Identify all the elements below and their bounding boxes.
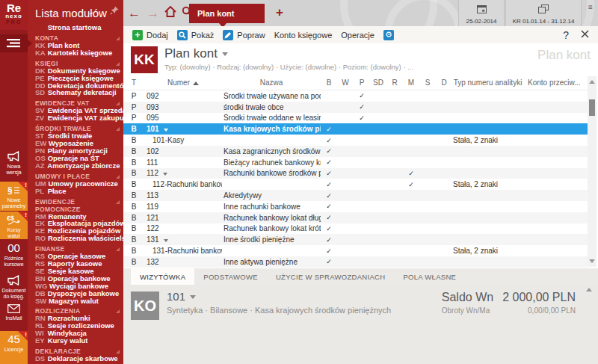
toolbar-pokaż[interactable]: Pokaż — [177, 30, 215, 40]
cell-numer: 093 — [144, 103, 222, 111]
table-row[interactable]: B101Kasa krajowych środków pieniężnych✓ — [123, 123, 588, 135]
sidebar-section-2[interactable]: KSIĘGI — [28, 60, 123, 67]
column-header-t[interactable]: T — [123, 78, 144, 87]
sidebar-item-ZV[interactable]: ZV Ewidencja VAT zakupu — [28, 114, 123, 122]
menu-toggle-button[interactable] — [0, 34, 28, 52]
column-header-d[interactable]: D — [436, 78, 452, 87]
sidebar-section-8[interactable]: ROZLICZENIA — [28, 307, 123, 315]
detail-tab-pola-własne[interactable]: POLA WŁASNE — [394, 268, 465, 285]
sidebar-section-3[interactable]: EWIDENCJE VAT — [28, 99, 123, 107]
tab-plan-kont[interactable]: Plan kont — [189, 4, 265, 23]
toolbar-popraw[interactable]: Popraw — [223, 30, 265, 40]
section-label: EWIDENCJE VAT — [35, 99, 90, 107]
sidebar-item-EY[interactable]: EY Kursy walut — [28, 337, 123, 345]
expand-icon — [164, 239, 168, 242]
table-row[interactable]: B113Akredytywy✓ — [123, 190, 588, 201]
table-row[interactable]: B131-Rachunki bankowe✓Stała, 2 znaki — [123, 245, 588, 256]
cell-type: B — [123, 169, 144, 177]
scroll-up-icon[interactable] — [589, 80, 595, 84]
sidebar-item-SW[interactable]: SW Magazyn walut — [28, 297, 123, 305]
column-header-numer[interactable]: Numer — [144, 78, 222, 87]
sidebar-item-KA[interactable]: KA Kartoteki księgowe — [28, 49, 123, 57]
table-row[interactable]: P092Środki trwałe używane na podstawie..… — [123, 90, 588, 102]
date-button[interactable]: 25-02-2014 — [458, 0, 505, 26]
sidebar-item-DS[interactable]: DS Deklaracje skarbowe — [28, 355, 123, 363]
sidebar-section-7[interactable]: FINANSE — [28, 245, 123, 253]
scroll-down-icon[interactable] — [589, 259, 595, 263]
table-row[interactable]: B101-Kasy✓Stała, 2 znaki — [123, 135, 588, 146]
column-header-b[interactable]: B — [321, 78, 337, 87]
sidebar-item-label: Kursy walut — [46, 336, 88, 345]
column-header-sd[interactable]: SD — [370, 78, 386, 87]
rail-item-licencje[interactable]: !45Licencje — [0, 331, 28, 364]
close-button[interactable] — [581, 30, 589, 40]
table-row[interactable]: B111Bieżący rachunek bankowy krajowyc...… — [123, 157, 588, 168]
rail-item-nowe-parametry[interactable]: !§Nowe parametry — [0, 182, 28, 211]
table-row[interactable]: B119Inne rachunki bankowe✓ — [123, 201, 588, 212]
table-row[interactable]: B112Rachunki bankowe środków pieniężn...… — [123, 168, 588, 179]
sidebar-section-5[interactable]: UMOWY I PŁACE — [28, 173, 123, 180]
table-row[interactable]: B131Inne środki pieniężne✓ — [123, 234, 588, 245]
collapse-icon — [116, 102, 120, 105]
sidebar-section-6[interactable]: EWIDENCJE POMOCNICZE — [28, 198, 123, 213]
table-row[interactable]: B122Rachunek bankowy lokat krótkoterm...… — [123, 223, 588, 235]
table-row[interactable]: B112-Rachunki bankowe✓✓Stała, 2 znaki — [123, 179, 588, 190]
sidebar-item-SD[interactable]: SD Schematy dekretacji — [28, 89, 123, 96]
home-button[interactable] — [164, 0, 176, 26]
cell-type: B — [123, 258, 144, 266]
sidebar-item-RO[interactable]: RO Rozliczenia właścicielskie — [28, 235, 123, 242]
table-row[interactable]: P093środki trwałe obce✓ — [123, 102, 588, 113]
cell-typ-analityki: Stała, 2 znaki — [452, 180, 523, 188]
rail-item-kursy-walut[interactable]: !€$Kursy walut — [0, 212, 28, 239]
period-button[interactable]: KR 01.01.14 - 31.12.14 — [505, 0, 582, 26]
table-row[interactable]: P095Środki trwałe oddane w leasing finan… — [123, 113, 588, 124]
detail-tab-użycie-w-sprawozdaniach[interactable]: UŻYCIE W SPRAWOZDANIACH — [267, 268, 394, 285]
toolbar-dodaj[interactable]: +Dodaj — [132, 30, 168, 40]
sidebar-item-strona-startowa[interactable]: Strona startowa — [28, 24, 123, 31]
column-header-r[interactable]: R — [386, 78, 403, 87]
column-header-w[interactable]: W — [337, 78, 354, 87]
cell-flag: ✓ — [321, 225, 337, 232]
column-header-konto-przeciw-[interactable]: Konto przeciw... — [523, 78, 588, 87]
check-icon: ✓ — [326, 126, 332, 133]
sidebar-item-PL[interactable]: PL Płace — [28, 188, 123, 195]
column-header-m[interactable]: M — [403, 78, 419, 87]
toolbar-gear[interactable]: ⚙ — [383, 30, 398, 40]
window-menu-button[interactable]: ≡ — [585, 3, 597, 11]
column-header-p[interactable]: P — [354, 78, 370, 87]
check-icon: ✓ — [359, 114, 365, 122]
toolbar-konto-księgowe[interactable]: Konto księgowe — [274, 31, 333, 40]
help-button[interactable]: ? — [563, 29, 569, 41]
forward-button[interactable]: → — [147, 0, 159, 26]
detail-tab-wizytówka[interactable]: WIZYTÓWKA — [131, 268, 194, 285]
cell-nazwa: Środki trwałe używane na podstawie... — [222, 92, 321, 100]
scrollbar-thumb[interactable] — [589, 99, 595, 116]
column-header-nazwa[interactable]: Nazwa — [222, 78, 321, 87]
table-row[interactable]: B121Rachunek bankowy lokat długotermi...… — [123, 212, 588, 223]
rail-item-insmail[interactable]: InsMail — [0, 300, 28, 322]
cell-numer: 122 — [144, 224, 222, 232]
column-header-s[interactable]: S — [419, 78, 436, 87]
rail-item-dokument-do-ksieg[interactable]: Dokument do księg. — [0, 272, 28, 299]
filter-summary[interactable]: Typ: (dowolny) · Rodzaj: (dowolny) · Uży… — [164, 63, 413, 71]
new-tab-button[interactable]: + — [273, 0, 286, 26]
pin-icon[interactable] — [110, 4, 119, 18]
view-title-dropdown[interactable]: Plan kont — [164, 46, 228, 61]
app-logo[interactable]: Re nexo PRO — [0, 0, 28, 30]
column-header-typ-numeru-analityki[interactable]: Typ numeru analityki — [452, 78, 523, 87]
sidebar-section-1[interactable]: KONTA — [28, 34, 123, 42]
rail-item-roznice-kursowe[interactable]: 00Różnice kursowe — [0, 240, 28, 267]
toolbar-operacje[interactable]: Operacje — [341, 31, 374, 40]
back-button[interactable]: ← — [128, 0, 141, 26]
sidebar-section-4[interactable]: ŚRODKI TRWAŁE — [28, 125, 123, 132]
account-title-dropdown[interactable]: 101 — [167, 290, 196, 303]
collapse-panel-icon[interactable] — [586, 288, 592, 291]
table-scrollbar[interactable] — [588, 76, 597, 267]
table-row[interactable]: B102Kasa zagranicznych środków pienięż..… — [123, 146, 588, 157]
sidebar-section-9[interactable]: DEKLARACJE — [28, 348, 123, 355]
rail-item-nowa-wersja[interactable]: Nowa wersja — [0, 148, 28, 181]
sidebar-item-AZ[interactable]: AZ Amortyzacje zbiorcze — [28, 162, 123, 170]
table-row[interactable]: B132Inne aktywa pieniężne✓ — [123, 256, 588, 268]
toolbar: +DodajPokażPoprawKonto księgoweOperacje⚙… — [123, 26, 598, 43]
detail-tab-podstawowe[interactable]: PODSTAWOWE — [194, 268, 267, 285]
